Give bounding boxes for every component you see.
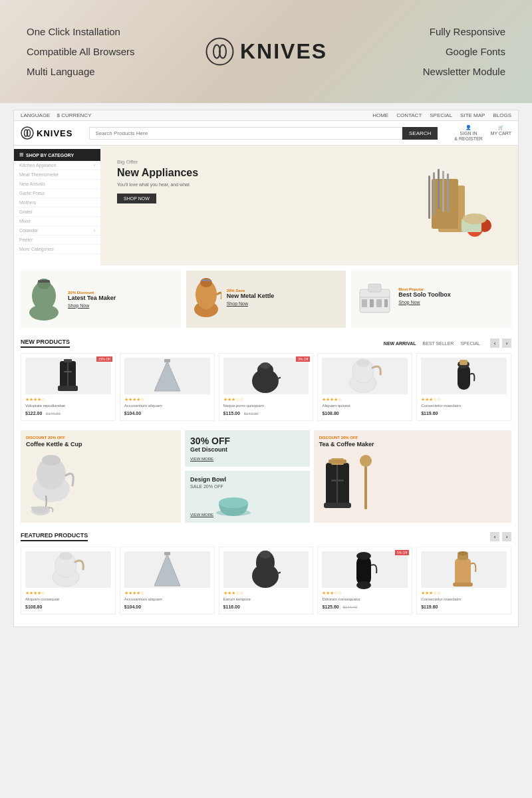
language-selector[interactable]: LANGUAGE bbox=[21, 112, 50, 118]
product-image bbox=[25, 358, 111, 394]
promo-badge: DISCOUNT 20% OFF bbox=[26, 436, 176, 440]
product-card: ★★★☆☆ Consectetur maeclaim $119.60 bbox=[416, 353, 511, 421]
brand-name: KNIVES bbox=[240, 39, 327, 64]
svg-rect-26 bbox=[368, 284, 381, 292]
product-badge: 5% Off bbox=[395, 550, 409, 555]
next-arrow[interactable]: › bbox=[502, 338, 511, 348]
promo-sale: SALE 20% OFF bbox=[190, 484, 305, 489]
product-name: Earum tempore bbox=[223, 597, 309, 601]
product-price: $119.60 bbox=[421, 604, 438, 609]
tab-best-seller[interactable]: BEST SELLER bbox=[422, 341, 454, 346]
sidebar-item-colander[interactable]: Colander› bbox=[14, 226, 100, 235]
search-area: SEARCH bbox=[89, 127, 438, 140]
product-image bbox=[322, 358, 408, 394]
product-img-svg bbox=[452, 358, 475, 394]
product-price: $115.00 bbox=[223, 411, 240, 416]
signin-sub: & REGISTER bbox=[454, 136, 482, 141]
featured-products-header: FEATURED PRODUCTS ‹ › bbox=[14, 527, 518, 544]
search-button[interactable]: SEARCH bbox=[402, 127, 438, 140]
new-products-header: NEW PRODUCTS NEW ARRIVAL BEST SELLER SPE… bbox=[14, 333, 518, 350]
sidebar-item-kitchen[interactable]: Kitchen Appliance› bbox=[14, 161, 100, 170]
nav-actions: 👤 SIGN IN & REGISTER 🛒 MY CART bbox=[454, 125, 511, 141]
featured-prev-arrow[interactable]: ‹ bbox=[490, 532, 499, 541]
product-old-price: $144.00 bbox=[46, 412, 61, 416]
site-logo-icon bbox=[21, 126, 34, 140]
cart-icon: 🛒 bbox=[498, 125, 504, 130]
banner-link[interactable]: Shop Now bbox=[68, 303, 89, 308]
sidebar-item-mixer[interactable]: Mixer bbox=[14, 217, 100, 226]
product-card: 15% Off ★★★★☆ Voluptate repudiandae $122… bbox=[21, 353, 116, 421]
product-price: $108.80 bbox=[322, 411, 338, 416]
tea-maker-image bbox=[26, 276, 63, 323]
product-price-row: $108.80 bbox=[322, 409, 408, 416]
nav-link-special[interactable]: SPECIAL bbox=[430, 112, 452, 118]
sidebar-item-more[interactable]: More Categories bbox=[14, 245, 100, 254]
svg-point-76 bbox=[458, 551, 468, 555]
svg-rect-55 bbox=[324, 503, 351, 508]
product-image bbox=[124, 551, 210, 588]
site-logo[interactable]: KNIVES bbox=[21, 126, 72, 140]
svg-point-71 bbox=[356, 552, 371, 560]
feature-item: Fully Responsive bbox=[346, 22, 505, 42]
nav-link-sitemap[interactable]: SITE MAP bbox=[460, 112, 485, 118]
sidebar-item-meat[interactable]: Meat Thermometer bbox=[14, 170, 100, 180]
sidebar-item-garlic[interactable]: Garlic Press bbox=[14, 189, 100, 198]
product-img-svg bbox=[251, 551, 281, 589]
featured-product-card: ★★★★☆ Aliquam consequat $108.80 bbox=[21, 547, 116, 614]
sidebar-item-grater[interactable]: Grater bbox=[14, 207, 100, 217]
currency-selector[interactable]: $ CURRENCY bbox=[57, 112, 91, 118]
nav-link-contact[interactable]: CONTACT bbox=[396, 112, 422, 118]
sidebar-item-arrivals[interactable]: New Arrivals bbox=[14, 180, 100, 189]
svg-rect-30 bbox=[376, 299, 382, 307]
main-content-area: ☰ SHOP BY CATEGORY Kitchen Appliance› Me… bbox=[14, 146, 518, 265]
featured-next-arrow[interactable]: › bbox=[502, 532, 511, 541]
sidebar-item-peeler[interactable]: Peeler bbox=[14, 235, 100, 245]
svg-rect-34 bbox=[64, 359, 72, 362]
product-image bbox=[223, 551, 309, 588]
banner-toolbox: Most Popular Best Solo Toolbox Shop Now bbox=[351, 271, 511, 328]
promo-middle: 30% OFF Get Discount VIEW MORE Design Bo… bbox=[185, 430, 310, 523]
svg-marker-37 bbox=[154, 361, 180, 391]
promo-banners-row: DISCOUNT 20% OFF Coffee Kettle & Cup 30%… bbox=[14, 426, 518, 527]
sidebar-item-mothers[interactable]: Mothers bbox=[14, 198, 100, 207]
signin-button[interactable]: 👤 SIGN IN & REGISTER bbox=[454, 125, 482, 141]
prev-arrow[interactable]: ‹ bbox=[490, 338, 499, 348]
search-input[interactable] bbox=[89, 127, 402, 140]
nav-link-home[interactable]: HOME bbox=[372, 112, 388, 118]
product-stars: ★★★★☆ bbox=[25, 397, 111, 402]
product-price-row: $125.60 $144.40 bbox=[322, 602, 408, 610]
product-img-svg bbox=[352, 551, 378, 589]
product-img-svg bbox=[55, 358, 81, 394]
cart-label: MY CART bbox=[491, 131, 511, 136]
product-image bbox=[322, 551, 408, 588]
svg-rect-10 bbox=[438, 169, 440, 209]
promo-title: Coffee Kettle & Cup bbox=[26, 441, 176, 448]
metal-kettle-image bbox=[192, 276, 221, 319]
svg-rect-31 bbox=[384, 299, 388, 307]
sidebar-title: SHOP BY CATEGORY bbox=[26, 153, 74, 158]
tab-new-arrival[interactable]: NEW ARRIVAL bbox=[384, 341, 416, 346]
nav-bar: KNIVES SEARCH 👤 SIGN IN & REGISTER 🛒 MY … bbox=[14, 121, 518, 146]
svg-point-16 bbox=[463, 213, 487, 224]
tab-special[interactable]: SPECIAL bbox=[460, 341, 480, 346]
product-card: ★★★★☆ Aliquam quisest $108.80 bbox=[317, 353, 412, 421]
cart-button[interactable]: 🛒 MY CART bbox=[491, 125, 511, 141]
product-img-svg bbox=[251, 358, 281, 394]
svg-point-41 bbox=[260, 362, 271, 369]
svg-rect-28 bbox=[362, 299, 367, 307]
svg-point-5 bbox=[27, 130, 31, 136]
hero-features-right: Fully Responsive Google Fonts Newsletter… bbox=[346, 22, 505, 82]
promo-view-more[interactable]: VIEW MORE bbox=[190, 513, 213, 517]
nav-link-blogs[interactable]: BLOGS bbox=[493, 112, 511, 118]
promo-view-more[interactable]: VIEW MORE bbox=[190, 457, 213, 461]
shop-now-button[interactable]: SHOP NOW bbox=[117, 194, 156, 203]
product-stars: ★★★☆☆ bbox=[421, 397, 507, 402]
svg-marker-65 bbox=[154, 554, 180, 586]
banner-link[interactable]: Shop Now bbox=[398, 300, 420, 305]
featured-product-card: ★★★★☆ Accusantium aliquam $104.00 bbox=[120, 547, 215, 614]
spoon-image bbox=[359, 453, 372, 513]
product-stars: ★★★★☆ bbox=[25, 591, 111, 596]
svg-rect-66 bbox=[164, 552, 170, 555]
banner-link[interactable]: Shop Now bbox=[227, 301, 248, 306]
svg-rect-61 bbox=[364, 466, 367, 509]
